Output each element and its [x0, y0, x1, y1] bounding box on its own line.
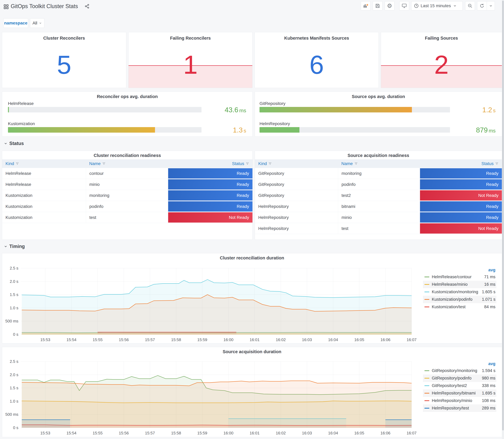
svg-text:16:05: 16:05 [354, 337, 364, 342]
gauge-row-label: GitRepository [259, 101, 285, 106]
variable-label-namespace[interactable]: namespace [3, 18, 28, 28]
stat-panel-failing-reconcilers[interactable]: Failing Reconcilers 1 [128, 32, 252, 88]
table-row[interactable]: HelmRepositoryminioReady [255, 212, 502, 223]
legend-item[interactable]: HelmRelease/contour71 ms [423, 273, 496, 281]
filter-icon[interactable] [102, 162, 106, 165]
series-color-swatch [424, 400, 429, 401]
series-name: HelmRepository/bitnami [432, 391, 482, 396]
page-scrollbar[interactable] [502, 0, 504, 439]
cell-name: minio [86, 179, 168, 190]
time-range-picker[interactable]: Last 15 minutes [411, 1, 463, 10]
save-dashboard-button[interactable] [373, 1, 382, 10]
table-row[interactable]: KustomizationtestNot Ready [2, 212, 252, 223]
dashboard-settings-button[interactable]: ⚙ [385, 1, 394, 10]
table-row[interactable]: HelmRepositorybitnamiReady [255, 201, 502, 212]
cycle-view-mode-button[interactable] [399, 1, 409, 10]
bargauge-panel-reconciler-ops[interactable]: Reconciler ops avg. duration HelmRelease… [2, 91, 253, 137]
timeseries-panel-cluster-reconciliation-duration[interactable]: Cluster reconciliation duration 15:5315:… [2, 253, 502, 343]
panel-title: Cluster reconciliation readiness [2, 151, 252, 159]
column-header-name[interactable]: Name [338, 159, 419, 168]
chevron-down-icon [4, 244, 8, 248]
legend-item[interactable]: Kustomization/test84 ms [423, 303, 496, 311]
filter-icon[interactable] [354, 162, 358, 165]
section-header-status[interactable]: Status [4, 141, 24, 146]
series-color-swatch [424, 393, 429, 394]
svg-text:500 ms: 500 ms [5, 412, 18, 417]
svg-text:1.5 s: 1.5 s [10, 386, 18, 390]
series-name: GitRepository/test2 [432, 383, 482, 388]
refresh-interval-dropdown[interactable] [487, 1, 495, 10]
scrollbar-thumb[interactable] [502, 0, 504, 430]
stat-panel-failing-sources[interactable]: Failing Sources 2 [381, 32, 502, 88]
series-color-swatch [424, 378, 429, 378]
legend-item[interactable]: GitRepository/podinfo980 ms [423, 375, 496, 382]
section-header-timing[interactable]: Timing [4, 244, 25, 249]
gauge-value: 43.6ms [200, 106, 246, 114]
svg-text:15:58: 15:58 [171, 431, 181, 435]
zoom-out-time-button[interactable] [465, 1, 475, 10]
svg-text:15:53: 15:53 [40, 337, 50, 342]
legend-item[interactable]: HelmRepository/minio108 ms [423, 397, 496, 404]
legend-item[interactable]: HelmRelease/minio16 ms [423, 281, 496, 288]
clock-icon [414, 3, 419, 8]
filter-icon[interactable] [246, 162, 249, 165]
svg-text:2.5 s: 2.5 s [10, 266, 18, 270]
table-row[interactable]: HelmReleaseminioReady [2, 179, 252, 190]
share-icon[interactable] [85, 4, 90, 9]
series-color-swatch [424, 284, 429, 285]
stat-panel-kubernetes-manifests-sources[interactable]: Kubernetes Manifests Sources 6 [255, 32, 379, 88]
svg-text:0 s: 0 s [13, 332, 18, 337]
svg-text:16:02: 16:02 [276, 337, 286, 342]
cell-name: test2 [338, 190, 419, 201]
refresh-button[interactable] [477, 1, 487, 10]
timeseries-panel-source-acquisition-duration[interactable]: Source acquisition duration 15:5315:5415… [2, 347, 502, 437]
cell-kind: GitRepository [255, 190, 338, 201]
legend-item[interactable]: HelmRepository/bitnami1.695 s [423, 390, 496, 397]
gauge-value-unit: ms [489, 128, 496, 134]
table-row[interactable]: GitRepositorymonitoringReady [255, 168, 502, 179]
table-row[interactable]: GitRepositorytest2Not Ready [255, 190, 502, 201]
cell-kind: HelmRelease [2, 179, 86, 190]
cell-status: Ready [168, 201, 252, 212]
table-row[interactable]: HelmReleasecontourReady [2, 168, 252, 179]
legend-avg-header[interactable]: avg [423, 361, 496, 367]
gauge-value: 1.3s [200, 126, 246, 134]
svg-text:1.0 s: 1.0 s [10, 399, 18, 403]
variable-value-dropdown[interactable]: All [30, 18, 44, 28]
column-header-kind[interactable]: Kind [255, 159, 338, 168]
series-avg-value: 338 ms [482, 383, 495, 388]
column-header-status[interactable]: Status [168, 159, 252, 168]
gauge-row-label: Kustomization [8, 121, 35, 126]
dashboards-grid-icon[interactable] [3, 4, 9, 10]
gauge-row-label: HelmRepository [259, 121, 290, 126]
table-body: GitRepositorymonitoringReadyGitRepositor… [255, 168, 502, 240]
legend-item[interactable]: Kustomization/monitoring1.605 s [423, 288, 496, 296]
series-color-swatch [424, 277, 429, 277]
table-row[interactable]: GitRepositorypodinfoReady [255, 179, 502, 190]
bargauge-panel-source-ops[interactable]: Source ops avg. duration GitRepository 1… [255, 91, 502, 137]
legend-avg-header[interactable]: avg [423, 267, 496, 273]
column-header-kind[interactable]: Kind [2, 159, 86, 168]
chevron-down-icon [39, 22, 42, 25]
table-row[interactable]: KustomizationpodinfoReady [2, 201, 252, 212]
table-row[interactable]: HelmRepositorytestNot Ready [255, 223, 502, 234]
column-header-status[interactable]: Status [419, 159, 502, 168]
svg-text:15:54: 15:54 [66, 431, 76, 435]
legend-item[interactable]: GitRepository/monitoring1.594 s [423, 367, 496, 375]
filter-icon[interactable] [16, 162, 19, 165]
svg-text:16:04: 16:04 [328, 337, 338, 342]
legend-item[interactable]: GitRepository/test2338 ms [423, 382, 496, 390]
filter-icon[interactable] [495, 162, 499, 165]
gauge-value-number: 1.3 [233, 126, 243, 134]
cell-kind: HelmRelease [2, 168, 86, 179]
cell-kind: HelmRepository [255, 201, 338, 212]
panel-title: Failing Sources [381, 36, 502, 41]
legend-item[interactable]: HelmRepository/test289 ms [423, 404, 496, 412]
table-row[interactable]: KustomizationmonitoringReady [2, 190, 252, 201]
add-panel-button[interactable] [361, 1, 370, 10]
stat-panel-cluster-reconcilers[interactable]: Cluster Reconcilers 5 [2, 32, 126, 88]
status-badge: Not Ready [420, 223, 502, 233]
legend-item[interactable]: Kustomization/podinfo1.071 s [423, 296, 496, 303]
column-header-name[interactable]: Name [86, 159, 168, 168]
filter-icon[interactable] [268, 162, 272, 165]
